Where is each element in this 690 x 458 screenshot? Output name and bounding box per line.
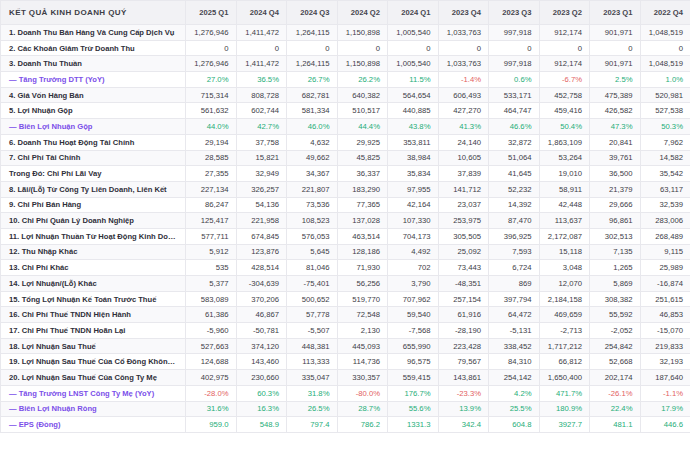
cell-value: 1,264,115 bbox=[287, 56, 338, 72]
cell-value: 3,048 bbox=[539, 260, 590, 276]
cell-value: 1,411,472 bbox=[236, 56, 287, 72]
cell-value: 0 bbox=[539, 40, 590, 56]
cell-value: 527,538 bbox=[640, 103, 690, 119]
cell-value: -5,960 bbox=[186, 323, 237, 339]
cell-value: 2,184,158 bbox=[539, 291, 590, 307]
row-label: — Biên Lợi Nhuận Gộp bbox=[1, 119, 186, 135]
cell-value: 97,955 bbox=[388, 181, 439, 197]
cell-value: 46.6% bbox=[489, 119, 540, 135]
row-label: 14. Lợi Nhuận/(Lỗ) Khác bbox=[1, 276, 186, 292]
column-header: 2023 Q2 bbox=[539, 1, 590, 25]
cell-value: 533,171 bbox=[489, 87, 540, 103]
cell-value: 27.0% bbox=[186, 72, 237, 88]
table-row: 10. Chi Phí Quản Lý Doanh Nghiệp125,4172… bbox=[1, 213, 690, 229]
cell-value: 50.3% bbox=[640, 119, 690, 135]
cell-value: 96,575 bbox=[388, 354, 439, 370]
column-header: 2023 Q4 bbox=[438, 1, 489, 25]
cell-value: 223,428 bbox=[438, 338, 489, 354]
cell-value: 14,582 bbox=[640, 150, 690, 166]
cell-value: 61,916 bbox=[438, 307, 489, 323]
cell-value: 19,010 bbox=[539, 166, 590, 182]
table-row: — EPS (Đồng)959.0548.9797.4786.21331.334… bbox=[1, 417, 690, 433]
cell-value: 1,150,898 bbox=[337, 25, 388, 41]
quarterly-results-table[interactable]: KẾT QUẢ KINH DOANH QUÝ 2025 Q12024 Q4202… bbox=[0, 0, 690, 458]
cell-value: 396,925 bbox=[489, 228, 540, 244]
cell-value: 997,918 bbox=[489, 25, 540, 41]
row-label: 3. Doanh Thu Thuần bbox=[1, 56, 186, 72]
cell-value: 32,539 bbox=[640, 197, 690, 213]
cell-value: 54,136 bbox=[236, 197, 287, 213]
cell-value: 16.3% bbox=[236, 401, 287, 417]
cell-value: 202,174 bbox=[590, 370, 641, 386]
cell-value: 44.4% bbox=[337, 119, 388, 135]
cell-value: 43.8% bbox=[388, 119, 439, 135]
cell-value: 9,115 bbox=[640, 244, 690, 260]
cell-value: -6.7% bbox=[539, 72, 590, 88]
table-row: 9. Chi Phí Bán Hàng86,24754,13673,53677,… bbox=[1, 197, 690, 213]
column-header: 2025 Q1 bbox=[186, 1, 237, 25]
row-label: 18. Lợi Nhuận Sau Thuế bbox=[1, 338, 186, 354]
cell-value: 41,645 bbox=[489, 166, 540, 182]
cell-value: 808,728 bbox=[236, 87, 287, 103]
cell-value: 73,536 bbox=[287, 197, 338, 213]
cell-value: 32,193 bbox=[640, 354, 690, 370]
cell-value: 1,033,763 bbox=[438, 56, 489, 72]
income-statement-table: KẾT QUẢ KINH DOANH QUÝ 2025 Q12024 Q4202… bbox=[0, 0, 690, 433]
cell-value: 475,389 bbox=[590, 87, 641, 103]
table-title: KẾT QUẢ KINH DOANH QUÝ bbox=[1, 1, 186, 25]
cell-value: 452,758 bbox=[539, 87, 590, 103]
cell-value: 55,592 bbox=[590, 307, 641, 323]
cell-value: 52,232 bbox=[489, 181, 540, 197]
cell-value: 46,853 bbox=[640, 307, 690, 323]
cell-value: -23.3% bbox=[438, 385, 489, 401]
table-row: 17. Chi Phí Thuế TNDN Hoãn Lại-5,960-50,… bbox=[1, 323, 690, 339]
cell-value: 28.7% bbox=[337, 401, 388, 417]
cell-value: 49,662 bbox=[287, 150, 338, 166]
cell-value: 3,790 bbox=[388, 276, 439, 292]
table-row: Trong Đó: Chi Phí Lãi Vay27,35532,94934,… bbox=[1, 166, 690, 182]
cell-value: 510,517 bbox=[337, 103, 388, 119]
cell-value: 5,377 bbox=[186, 276, 237, 292]
cell-value: 227,134 bbox=[186, 181, 237, 197]
table-row: 8. Lãi/(Lỗ) Từ Công Ty Liên Doanh, Liên … bbox=[1, 181, 690, 197]
cell-value: 84,310 bbox=[489, 354, 540, 370]
cell-value: 655,990 bbox=[388, 338, 439, 354]
cell-value: 113,333 bbox=[287, 354, 338, 370]
table-row: 2. Các Khoản Giảm Trừ Doanh Thu000000000… bbox=[1, 40, 690, 56]
cell-value: 640,382 bbox=[337, 87, 388, 103]
cell-value: 15,821 bbox=[236, 150, 287, 166]
cell-value: 25,092 bbox=[438, 244, 489, 260]
cell-value: 23,037 bbox=[438, 197, 489, 213]
row-label: 12. Thu Nhập Khác bbox=[1, 244, 186, 260]
cell-value: 24,140 bbox=[438, 134, 489, 150]
row-label: 19. Lợi Nhuận Sau Thuế Của Cổ Đông Không… bbox=[1, 354, 186, 370]
table-row: — Biên Lợi Nhuận Ròng31.6%16.3%26.5%28.7… bbox=[1, 401, 690, 417]
row-label: — Tăng Trưởng LNST Công Ty Mẹ (YoY) bbox=[1, 385, 186, 401]
cell-value: 869 bbox=[489, 276, 540, 292]
cell-value: 797.4 bbox=[287, 417, 338, 433]
cell-value: 0 bbox=[186, 40, 237, 56]
cell-value: 335,047 bbox=[287, 370, 338, 386]
cell-value: 0 bbox=[438, 40, 489, 56]
cell-value: 114,736 bbox=[337, 354, 388, 370]
cell-value: 42,448 bbox=[539, 197, 590, 213]
cell-value: 73,443 bbox=[438, 260, 489, 276]
cell-value: 57,778 bbox=[287, 307, 338, 323]
column-header: 2024 Q1 bbox=[388, 1, 439, 25]
cell-value: 32,949 bbox=[236, 166, 287, 182]
cell-value: 10,605 bbox=[438, 150, 489, 166]
cell-value: 427,270 bbox=[438, 103, 489, 119]
cell-value: 268,489 bbox=[640, 228, 690, 244]
cell-value: 42.7% bbox=[236, 119, 287, 135]
cell-value: 397,794 bbox=[489, 291, 540, 307]
cell-value: 137,028 bbox=[337, 213, 388, 229]
cell-value: 36,500 bbox=[590, 166, 641, 182]
cell-value: 64,472 bbox=[489, 307, 540, 323]
cell-value: 7,135 bbox=[590, 244, 641, 260]
cell-value: -26.1% bbox=[590, 385, 641, 401]
table-row: 15. Tổng Lợi Nhuận Kế Toán Trước Thuế583… bbox=[1, 291, 690, 307]
cell-value: 1,150,898 bbox=[337, 56, 388, 72]
column-header: 2023 Q3 bbox=[489, 1, 540, 25]
cell-value: -16,874 bbox=[640, 276, 690, 292]
cell-value: 707,962 bbox=[388, 291, 439, 307]
